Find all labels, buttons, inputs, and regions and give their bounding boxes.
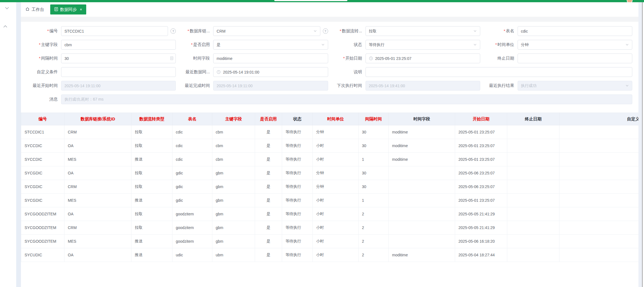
table-cell: cdic bbox=[172, 125, 212, 139]
chevron-up-icon[interactable] bbox=[3, 25, 8, 28]
field-value: cbm bbox=[64, 43, 72, 47]
table-cell: SYCGOODZITEM bbox=[21, 221, 64, 235]
table-cell bbox=[507, 235, 559, 248]
table-cell: gbm bbox=[212, 194, 255, 207]
db-link-select[interactable]: CRM bbox=[213, 26, 320, 36]
table-body: STCCDIC1CRM拉取cdiccbm是等待执行分钟30moditime202… bbox=[21, 125, 639, 262]
field-label: 是否启用 bbox=[176, 42, 213, 47]
enabled-select[interactable]: 是 bbox=[213, 40, 328, 50]
table-cell: gdic bbox=[172, 180, 212, 194]
chevron-down-icon bbox=[321, 43, 325, 47]
table-row[interactable]: SYCGOODZITEMMES推送goodzitemgbm是等待执行小时2202… bbox=[21, 235, 639, 248]
table-cell: SYCGOODZITEM bbox=[21, 235, 64, 248]
table-row[interactable]: STCCDIC1CRM拉取cdiccbm是等待执行分钟30moditime202… bbox=[21, 125, 639, 139]
last-sync-time-input[interactable]: 2025-05-14 19:01:00 bbox=[213, 67, 328, 77]
table-cell: CRM bbox=[64, 221, 131, 235]
table-cell: gbm bbox=[212, 235, 255, 248]
primary-key-input[interactable]: cbm bbox=[61, 40, 176, 50]
table-cell: 小时 bbox=[313, 207, 359, 221]
table-cell: 小时 bbox=[313, 221, 359, 235]
start-date-input[interactable]: 2025-05-01 23:25:07 bbox=[366, 53, 480, 63]
code-input[interactable]: STCCDIC1 bbox=[61, 26, 168, 36]
table-cell: 等待执行 bbox=[282, 207, 313, 221]
end-date-input[interactable] bbox=[518, 53, 632, 63]
field-enabled: 是否启用是 bbox=[176, 40, 328, 50]
clock-icon bbox=[217, 70, 221, 74]
table-cell: 拉取 bbox=[131, 221, 172, 235]
table-cell bbox=[389, 194, 455, 207]
table-cell: OA bbox=[64, 207, 131, 221]
table-cell: gbm bbox=[212, 180, 255, 194]
table-cell: OA bbox=[64, 139, 131, 153]
table-cell: 2025-05-01 23:25:07 bbox=[455, 153, 507, 166]
table-cell: 2025-05-04 18:27:44 bbox=[455, 248, 507, 262]
table-row[interactable]: SYCGOODZITEMCRM拉取goodzitemgbm是等待执行小时2202… bbox=[21, 221, 639, 235]
table-cell: 2025-05-05 21:41:29 bbox=[455, 221, 507, 235]
table-cell: ubm bbox=[212, 248, 255, 262]
tab-workbench[interactable]: 工作台 bbox=[25, 7, 44, 12]
field-code: 编号STCCDIC1? bbox=[24, 26, 176, 36]
table-cell: 1 bbox=[359, 153, 389, 166]
table-cell: moditime bbox=[389, 153, 455, 166]
field-label: 最近执行结果 bbox=[480, 83, 518, 88]
table-row[interactable]: SYCCDICOA拉取cdiccbm是等待执行小时30moditime2025-… bbox=[21, 139, 639, 153]
table-cell: 推送 bbox=[131, 194, 172, 207]
column-header: 终止日期 bbox=[507, 113, 559, 125]
table-cell: 小时 bbox=[313, 139, 359, 153]
remark-input[interactable] bbox=[366, 67, 633, 77]
table-cell: 分钟 bbox=[313, 180, 359, 194]
time-field-input[interactable]: moditime bbox=[213, 53, 328, 63]
table-cell bbox=[507, 180, 559, 194]
table-row[interactable]: SYCGDICOA拉取gdicgbm是等待执行分钟302025-05-06 23… bbox=[21, 166, 639, 180]
custom-condition-input[interactable] bbox=[61, 67, 176, 77]
field-start-date: 开始日期2025-05-01 23:25:07 bbox=[328, 53, 480, 63]
table-name-input[interactable]: cdic bbox=[518, 26, 632, 36]
table-cell: 拉取 bbox=[131, 166, 172, 180]
table-cell: 30 bbox=[359, 139, 389, 153]
field-label: 状态 bbox=[328, 42, 366, 47]
field-next-run-time: 下次执行时间2025-05-14 19:41:00 bbox=[328, 81, 480, 91]
table-cell bbox=[559, 139, 639, 153]
status-select[interactable]: 等待执行 bbox=[366, 40, 480, 50]
table-cell: 是 bbox=[255, 125, 282, 139]
field-value: 分钟 bbox=[521, 42, 529, 47]
flow-type-select[interactable]: 拉取 bbox=[366, 26, 480, 36]
time-unit-select[interactable]: 分钟 bbox=[518, 40, 632, 50]
field-label: 开始日期 bbox=[328, 56, 366, 61]
table-row[interactable]: SYCGOODZITEMOA拉取goodzitemgbm是等待执行小时22025… bbox=[21, 207, 639, 221]
next-run-time-input: 2025-05-14 19:41:00 bbox=[366, 81, 480, 91]
form-row: 主键字段cbm是否启用是状态等待执行时间单位分钟 bbox=[24, 40, 632, 50]
vertical-scrollbar[interactable] bbox=[638, 2, 642, 287]
table-cell: 小时 bbox=[313, 194, 359, 207]
help-icon[interactable]: ? bbox=[170, 28, 176, 34]
field-last-start-time: 最近开始时间2025-05-14 19:11:00 bbox=[24, 81, 176, 91]
column-header: 开始日期 bbox=[455, 113, 507, 125]
table-cell bbox=[507, 194, 559, 207]
form-row: 自定义条件最近数据同...2025-05-14 19:01:00说明 bbox=[24, 67, 632, 77]
tab-data-sync[interactable]: 数据同步 × bbox=[50, 4, 86, 14]
table-cell: 是 bbox=[255, 207, 282, 221]
column-header: 数据库链接/系统ID bbox=[64, 113, 131, 125]
column-header: 是否启用 bbox=[255, 113, 282, 125]
main-content: 工作台 数据同步 × 编号STCCDIC1?数据库链...CRM?数据流转...… bbox=[21, 2, 639, 287]
interval-input[interactable]: 30 bbox=[61, 53, 176, 63]
table-row[interactable]: SYCGDICCRM拉取gdicgbm是等待执行分钟302025-05-06 2… bbox=[21, 180, 639, 194]
sidebar-strip bbox=[16, 2, 21, 287]
help-icon[interactable]: ? bbox=[323, 28, 328, 34]
table-row[interactable]: SYCUDICOA推送udicubm是等待执行小时2moditime2025-0… bbox=[21, 248, 639, 262]
table-cell: 等待执行 bbox=[282, 153, 313, 166]
table-cell bbox=[507, 221, 559, 235]
table-row[interactable]: SYCCDICMES推送cdiccbm是等待执行小时1moditime2025-… bbox=[21, 153, 639, 166]
table-cell bbox=[507, 125, 559, 139]
table-cell: 等待执行 bbox=[282, 221, 313, 235]
table-row[interactable]: SYCGDICMES推送gdicgbm是等待执行小时12025-05-01 23… bbox=[21, 194, 639, 207]
close-icon[interactable]: × bbox=[80, 8, 82, 11]
field-remark: 说明 bbox=[328, 67, 633, 77]
form-row: 编号STCCDIC1?数据库链...CRM?数据流转...拉取表名cdic bbox=[24, 26, 632, 36]
chevron-down-icon[interactable] bbox=[4, 6, 9, 10]
table-cell: gdic bbox=[172, 166, 212, 180]
table-cell: SYCCDIC bbox=[21, 153, 64, 166]
app-window: 工作台 数据同步 × 编号STCCDIC1?数据库链...CRM?数据流转...… bbox=[0, 0, 644, 287]
table-cell bbox=[559, 194, 639, 207]
table-cell: goodzitem bbox=[172, 235, 212, 248]
